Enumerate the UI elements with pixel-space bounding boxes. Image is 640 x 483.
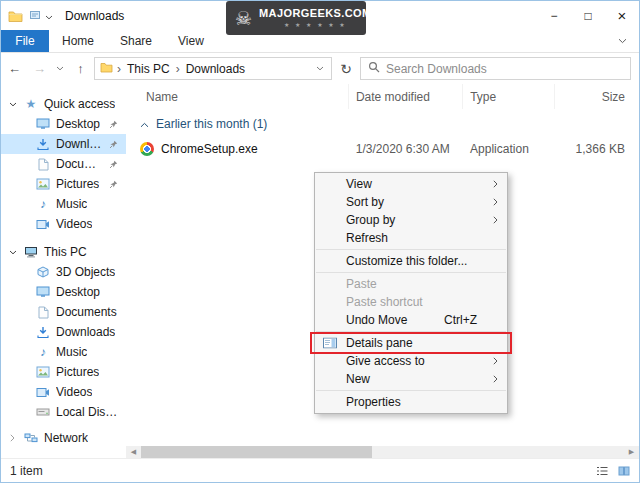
document-icon [35,306,51,319]
qat-properties-icon[interactable] [30,9,40,23]
menu-item-new[interactable]: New [315,370,507,388]
back-button[interactable]: ← [3,61,26,76]
scrollbar-thumb[interactable] [141,446,372,458]
group-header[interactable]: Earlier this month (1) [126,115,639,133]
breadcrumb-separator-icon: › [176,62,180,76]
column-header-date-modified[interactable]: Date modified [349,84,463,109]
menu-item-refresh[interactable]: Refresh [315,229,507,247]
tab-share[interactable]: Share [107,30,165,52]
menu-item-label: Refresh [346,231,388,245]
sidebar-item-thispc-pictures[interactable]: Pictures [1,362,126,382]
menu-item-undo-move[interactable]: Undo Move Ctrl+Z [315,311,507,329]
sidebar-item-thispc-music[interactable]: ♪ Music [1,342,126,362]
sidebar-item-documents[interactable]: Documents [1,154,126,174]
chevron-right-icon[interactable] [7,434,18,442]
sidebar-item-thispc-desktop[interactable]: Desktop [1,282,126,302]
sidebar-item-pictures[interactable]: Pictures [1,174,126,194]
sidebar-item-thispc-videos[interactable]: Videos [1,382,126,402]
sidebar-section-quick-access[interactable]: ★ Quick access [1,94,126,114]
cube-icon [35,266,51,278]
pictures-icon [35,178,51,190]
breadcrumb-separator-icon: › [117,62,121,76]
tab-file[interactable]: File [1,30,49,52]
menu-item-label: Give access to [346,354,425,368]
pin-icon [109,120,118,129]
menu-item-give-access-to[interactable]: Give access to [315,352,507,370]
sidebar-label: Desktop [56,117,100,131]
sidebar-label: Documents [56,157,104,171]
horizontal-scrollbar[interactable]: ◀ ▶ [126,446,639,458]
chevron-right-icon [493,357,498,365]
chrome-setup-file-icon [140,142,154,156]
pin-icon [109,140,118,149]
large-icons-view-button[interactable] [614,461,634,480]
up-button[interactable]: ↑ [69,61,92,76]
sidebar-item-music[interactable]: ♪ Music [1,194,126,214]
menu-item-shortcut: Ctrl+Z [444,313,477,327]
menu-item-label: Details pane [346,336,413,350]
navigation-pane: ★ Quick access Desktop Downloads [1,84,126,458]
tab-home[interactable]: Home [49,30,107,52]
search-box [360,57,631,80]
chevron-down-icon[interactable] [7,250,18,255]
breadcrumb-downloads[interactable]: Downloads [184,62,247,76]
file-size: 1,366 KB [555,142,639,156]
expand-ribbon-chevron-icon[interactable] [618,30,627,52]
search-input[interactable] [386,62,623,76]
file-row[interactable]: ChromeSetup.exe 1/3/2020 6:30 AM Applica… [126,139,639,159]
menu-item-view[interactable]: View [315,175,507,193]
sidebar-item-thispc-documents[interactable]: Documents [1,302,126,322]
pin-icon [109,160,118,169]
status-bar: 1 item [1,458,639,482]
sidebar-item-local-disk[interactable]: Local Disk (C:) [1,402,126,422]
menu-item-label: Customize this folder... [346,254,467,268]
sidebar-label: Downloads [56,325,115,339]
menu-item-sort-by[interactable]: Sort by [315,193,507,211]
details-view-button[interactable] [592,461,612,480]
scroll-left-arrow-icon[interactable]: ◀ [126,446,141,458]
recent-locations-chevron-icon[interactable] [53,66,67,71]
maximize-button[interactable]: □ [571,1,605,30]
minimize-button[interactable]: − [537,1,571,30]
item-count: 1 item [10,464,43,478]
menu-item-group-by[interactable]: Group by [315,211,507,229]
sidebar-item-downloads[interactable]: Downloads [1,134,126,154]
menu-item-details-pane[interactable]: Details pane [315,334,507,352]
chevron-down-icon[interactable] [7,102,18,107]
details-pane-icon [323,338,337,349]
sidebar-item-3d-objects[interactable]: 3D Objects [1,262,126,282]
menu-separator [316,331,506,332]
sidebar-item-thispc-downloads[interactable]: Downloads [1,322,126,342]
qat-customize-chevron-icon[interactable] [45,9,53,23]
menu-item-customize-this-folder[interactable]: Customize this folder... [315,252,507,270]
sidebar-item-desktop[interactable]: Desktop [1,114,126,134]
window-title: Downloads [65,9,124,23]
watermark-title: MAJORGEEKS.COM [259,8,372,19]
scroll-right-arrow-icon[interactable]: ▶ [624,446,639,458]
file-date-modified: 1/3/2020 6:30 AM [349,142,463,156]
skull-icon: ☠ [235,9,252,28]
desktop-icon [35,286,51,298]
breadcrumb[interactable]: › This PC › Downloads [94,57,332,80]
menu-item-properties[interactable]: Properties [315,393,507,411]
refresh-button[interactable]: ↻ [334,61,358,77]
breadcrumb-this-pc[interactable]: This PC [125,62,172,76]
column-header-type[interactable]: Type [463,84,555,109]
sidebar-label: Downloads [56,137,104,151]
close-button[interactable]: × [605,1,639,30]
network-icon [23,432,39,444]
menu-item-label: Undo Move [346,313,407,327]
sidebar-label: Music [56,197,87,211]
group-header-label: Earlier this month (1) [156,117,267,131]
sidebar-section-this-pc[interactable]: This PC [1,242,126,262]
majorgeeks-watermark: ☠ MAJORGEEKS.COM ★ ★ ★ ★ ★ ★ [226,1,366,35]
folder-app-icon [8,10,23,22]
sidebar-item-videos[interactable]: Videos [1,214,126,234]
sidebar-section-network[interactable]: Network [1,428,126,448]
column-header-name[interactable]: Name [126,84,349,109]
desktop-icon [35,118,51,130]
tab-view[interactable]: View [165,30,217,52]
address-dropdown-chevron-icon[interactable] [312,66,328,71]
forward-button[interactable]: → [28,61,51,76]
column-header-size[interactable]: Size [555,84,639,109]
